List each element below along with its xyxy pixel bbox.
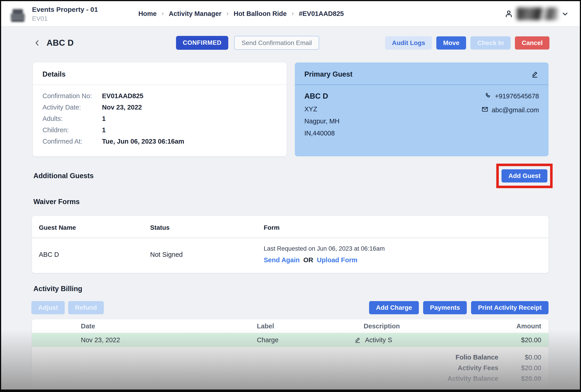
send-again-link[interactable]: Send Again: [264, 256, 300, 264]
billing-table-header: Date Label Description Amount: [32, 319, 549, 333]
charge-row: Nov 23, 2022 Charge Activity S $20.00: [32, 333, 549, 347]
waiver-table-row: ABC D Not Signed Last Requested on Jun 0…: [32, 238, 549, 273]
breadcrumb-activity-manager[interactable]: Activity Manager: [169, 10, 221, 18]
adjust-button[interactable]: Adjust: [31, 301, 65, 314]
detail-label: Adults:: [42, 115, 102, 122]
guest-name: ABC D: [304, 92, 340, 100]
property-code: EV01: [32, 15, 98, 22]
col-status: Status: [150, 224, 264, 231]
user-name-blurred: [517, 8, 558, 20]
billing-actions: Adjust Refund Add Charge Payments Print …: [31, 301, 549, 314]
print-activity-receipt-button[interactable]: Print Activity Receipt: [471, 301, 549, 314]
waiver-forms-title: Waiver Forms: [33, 198, 580, 206]
waiver-last-requested: Last Requested on Jun 06, 2023 at 06:16a…: [264, 245, 542, 252]
guest-email: abc@gmail.com: [492, 106, 539, 114]
charge-description: Activity S: [365, 336, 392, 344]
activity-billing-title: Activity Billing: [33, 285, 580, 293]
col-form: Form: [264, 224, 542, 231]
activity-fees-value: $20.00: [508, 364, 541, 372]
upload-form-link[interactable]: Upload Form: [317, 256, 358, 264]
or-text: OR: [303, 256, 313, 264]
waiver-forms-card: Guest Name Status Form ABC D Not Signed …: [32, 216, 549, 273]
breadcrumb-separator: ›: [162, 10, 164, 17]
detail-value: Tue, Jun 06, 2023 06:16am: [102, 138, 184, 145]
activity-fees-label: Activity Fees: [458, 364, 498, 372]
back-button[interactable]: [33, 39, 41, 47]
breadcrumb-confirmation-no: #EV01AAD825: [299, 10, 344, 18]
refund-button[interactable]: Refund: [68, 301, 103, 314]
activity-balance-value: $20.00: [508, 375, 541, 382]
payments-button[interactable]: Payments: [423, 301, 467, 314]
edit-description-icon[interactable]: [354, 336, 361, 344]
move-button[interactable]: Move: [436, 36, 466, 50]
user-menu[interactable]: [504, 8, 569, 20]
breadcrumb-separator: ›: [226, 10, 228, 17]
billing-summary: Folio Balance $0.00 Activity Fees $20.00…: [32, 347, 549, 384]
activity-balance-label: Activity Balance: [448, 375, 498, 382]
folio-balance-value: $0.00: [508, 354, 541, 361]
detail-value: 1: [102, 115, 106, 122]
detail-value: 1: [102, 126, 106, 134]
detail-label: Confirmation No:: [42, 92, 102, 100]
activity-balance-row: Activity Balance $20.00: [32, 373, 541, 384]
col-guest-name: Guest Name: [39, 224, 150, 231]
col-amount: Amount: [470, 322, 549, 330]
page-title: ABC D: [46, 38, 74, 48]
detail-label: Children:: [42, 126, 102, 134]
guest-line2: XYZ: [304, 106, 340, 113]
activity-fees-row: Activity Fees $20.00: [32, 363, 541, 373]
booking-toolbar: ABC D CONFIRMED Send Confirmation Email …: [33, 36, 550, 50]
col-description: Description: [289, 322, 470, 330]
activity-detail-screen: Events Property - 01 EV01 Home › Activit…: [0, 0, 581, 392]
detail-row: Confirmed At: Tue, Jun 06, 2023 06:16am: [42, 138, 277, 145]
additional-guests-title: Additional Guests: [33, 172, 93, 180]
add-charge-button[interactable]: Add Charge: [369, 301, 419, 314]
detail-value: EV01AAD825: [102, 92, 143, 100]
chevron-down-icon: [561, 10, 569, 18]
detail-row: Adults: 1: [42, 115, 277, 122]
col-label: Label: [182, 322, 289, 330]
mail-icon: [481, 106, 489, 114]
guest-phone: +91976545678: [495, 92, 539, 100]
details-title: Details: [42, 70, 66, 78]
col-date: Date: [32, 322, 182, 330]
cancel-button[interactable]: Cancel: [515, 36, 550, 50]
property-brand: Events Property - 01 EV01: [9, 4, 98, 24]
charge-amount: $20.00: [470, 336, 549, 344]
guest-city: Nagpur, MH: [304, 118, 340, 125]
guest-country-zip: IN,440008: [304, 130, 340, 137]
additional-guests-section: Additional Guests Add Guest: [33, 164, 553, 188]
folio-balance-label: Folio Balance: [455, 354, 498, 361]
detail-label: Activity Date:: [42, 104, 102, 111]
annotation-highlight-box: Add Guest: [496, 164, 553, 188]
charge-date: Nov 23, 2022: [32, 336, 182, 344]
phone-icon: [485, 92, 492, 101]
edit-guest-icon[interactable]: [531, 70, 539, 78]
primary-guest-title: Primary Guest: [304, 70, 353, 78]
breadcrumb-separator: ›: [292, 10, 294, 17]
folio-balance-row: Folio Balance $0.00: [32, 352, 541, 363]
detail-value: Nov 23, 2022: [102, 104, 142, 111]
detail-row: Confirmation No: EV01AAD825: [42, 92, 277, 100]
top-bar: Events Property - 01 EV01 Home › Activit…: [1, 1, 580, 27]
detail-row: Children: 1: [42, 126, 277, 134]
detail-row: Activity Date: Nov 23, 2022: [42, 104, 277, 111]
status-badge: CONFIRMED: [176, 36, 228, 50]
audit-logs-button[interactable]: Audit Logs: [385, 36, 432, 50]
person-icon: [504, 9, 514, 19]
waiver-status: Not Signed: [150, 251, 264, 258]
property-name: Events Property - 01: [32, 5, 98, 14]
primary-guest-card: Primary Guest ABC D XYZ Nagpur, MH IN,44…: [295, 62, 549, 156]
waiver-table-header: Guest Name Status Form: [32, 216, 549, 238]
breadcrumb-hot-balloon-ride[interactable]: Hot Balloon Ride: [233, 10, 287, 18]
waiver-guest-name: ABC D: [39, 251, 150, 258]
breadcrumb-home[interactable]: Home: [138, 10, 157, 18]
charge-label: Charge: [182, 336, 289, 344]
check-in-button[interactable]: Check In: [470, 36, 511, 50]
detail-label: Confirmed At:: [42, 138, 102, 145]
breadcrumb: Home › Activity Manager › Hot Balloon Ri…: [138, 10, 344, 18]
add-guest-button[interactable]: Add Guest: [502, 169, 547, 182]
billing-table-card: Date Label Description Amount Nov 23, 20…: [32, 319, 549, 392]
send-confirmation-email-button[interactable]: Send Confirmation Email: [234, 36, 319, 50]
details-card: Details Confirmation No: EV01AAD825 Acti…: [33, 62, 287, 156]
